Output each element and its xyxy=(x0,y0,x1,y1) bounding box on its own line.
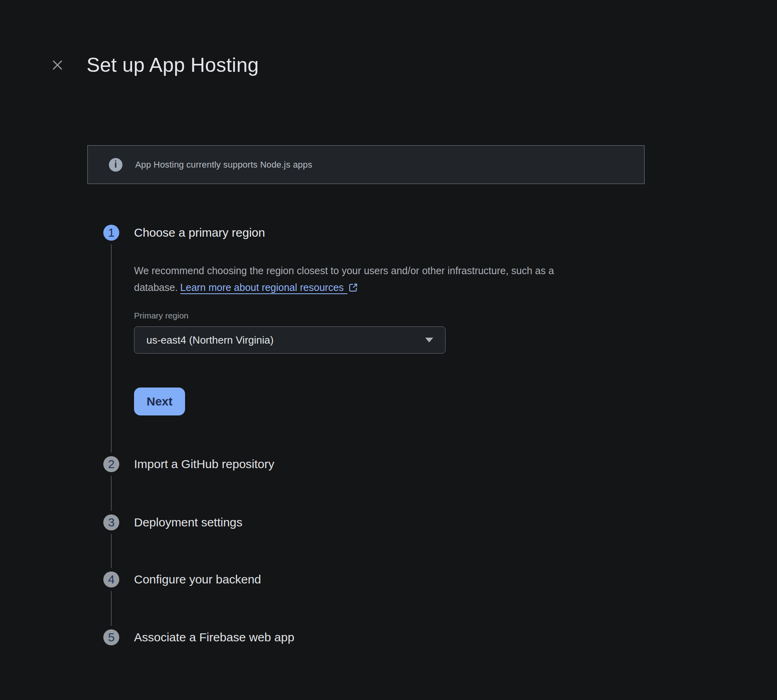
step-connector xyxy=(111,591,112,626)
step-choose-primary-region: 1 Choose a primary region We recommend c… xyxy=(103,225,629,456)
setup-stepper: 1 Choose a primary region We recommend c… xyxy=(103,225,629,645)
step-number-badge: 5 xyxy=(103,629,119,645)
step-label: Associate a Firebase web app xyxy=(134,629,294,645)
step-number-badge: 2 xyxy=(103,456,119,472)
step-rail: 5 xyxy=(103,629,119,645)
step-rail: 2 xyxy=(103,456,119,514)
step-label: Configure your backend xyxy=(134,571,261,587)
step-number-badge: 3 xyxy=(103,514,119,530)
step-connector xyxy=(111,534,112,568)
page-title: Set up App Hosting xyxy=(87,53,259,77)
step-deployment-settings: 3 Deployment settings xyxy=(103,514,629,571)
primary-region-select-value: us-east4 (Northern Virginia) xyxy=(146,334,425,346)
step-rail: 1 xyxy=(103,225,119,456)
learn-more-link[interactable]: Learn more about regional resources xyxy=(180,282,358,293)
step-number-badge: 1 xyxy=(103,225,119,241)
info-banner: i App Hosting currently supports Node.js… xyxy=(87,145,645,184)
close-button[interactable] xyxy=(50,58,65,72)
step-connector xyxy=(111,244,112,453)
primary-region-select[interactable]: us-east4 (Northern Virginia) xyxy=(134,326,446,354)
step-1-content: Choose a primary region We recommend cho… xyxy=(134,225,629,456)
step-rail: 3 xyxy=(103,514,119,571)
dropdown-caret-icon xyxy=(425,338,433,342)
info-banner-text: App Hosting currently supports Node.js a… xyxy=(135,160,312,170)
info-icon: i xyxy=(109,158,122,172)
step-connector xyxy=(111,476,112,511)
step-title: Choose a primary region xyxy=(134,225,629,241)
app-hosting-setup-dialog: Set up App Hosting i App Hosting current… xyxy=(0,0,777,700)
step-label: Deployment settings xyxy=(134,514,243,530)
step-label: Import a GitHub repository xyxy=(134,456,274,472)
step-import-github-repository: 2 Import a GitHub repository xyxy=(103,456,629,514)
learn-more-link-text: Learn more about regional resources xyxy=(180,282,347,294)
next-button[interactable]: Next xyxy=(134,388,185,415)
close-icon xyxy=(52,59,63,71)
external-link-icon xyxy=(348,281,358,297)
step-associate-firebase-web-app: 5 Associate a Firebase web app xyxy=(103,629,629,645)
step-description: We recommend choosing the region closest… xyxy=(134,262,629,297)
primary-region-label: Primary region xyxy=(134,310,629,321)
step-rail: 4 xyxy=(103,571,119,629)
step-number-badge: 4 xyxy=(103,571,119,587)
step-configure-your-backend: 4 Configure your backend xyxy=(103,571,629,629)
